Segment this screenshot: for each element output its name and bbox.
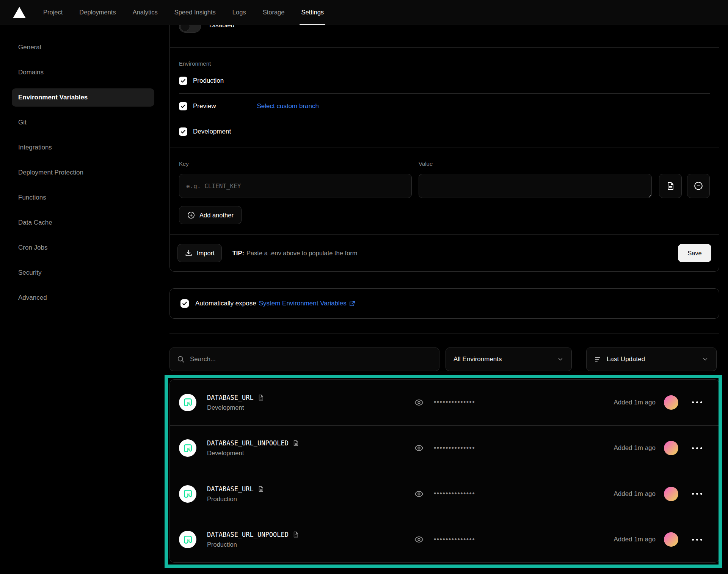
added-timestamp: Added 1m ago: [613, 490, 656, 498]
env-target-label: Development: [207, 450, 366, 457]
development-checkbox-label: Development: [193, 128, 231, 135]
env-target-label: Production: [207, 495, 366, 503]
note-icon[interactable]: [292, 440, 299, 447]
sidebar-item-data-cache[interactable]: Data Cache: [12, 214, 154, 232]
env-variable-row[interactable]: DATABASE_URL_UNPOOLED Production •••••••…: [170, 517, 719, 563]
settings-sidebar: General Domains Environment Variables Gi…: [12, 38, 154, 314]
preview-checkbox-row: Preview Select custom branch: [179, 93, 710, 119]
eye-icon[interactable]: [414, 535, 424, 544]
chevron-down-icon: [702, 356, 709, 363]
section-divider: [170, 148, 719, 148]
added-timestamp: Added 1m ago: [613, 444, 656, 452]
row-menu-button[interactable]: [692, 447, 702, 449]
value-input[interactable]: [419, 174, 652, 198]
eye-icon[interactable]: [414, 398, 424, 407]
environment-filter-select[interactable]: All Environments: [446, 348, 572, 371]
add-variable-panel: Disabled Environment Production Preview …: [169, 3, 719, 272]
select-custom-branch-link[interactable]: Select custom branch: [257, 102, 318, 110]
search-input[interactable]: [190, 355, 432, 363]
sidebar-item-domains[interactable]: Domains: [12, 63, 154, 82]
sidebar-item-functions[interactable]: Functions: [12, 189, 154, 207]
env-variables-list: DATABASE_URL Development •••••••••••••• …: [169, 379, 719, 563]
search-icon: [177, 355, 185, 363]
neon-integration-icon: [179, 439, 196, 457]
save-button[interactable]: Save: [678, 244, 711, 262]
sort-lines-icon: [594, 355, 602, 363]
eye-icon[interactable]: [414, 489, 424, 499]
development-checkbox-row: Development: [179, 119, 710, 144]
env-variable-row[interactable]: DATABASE_URL_UNPOOLED Development ••••••…: [170, 425, 719, 471]
note-icon[interactable]: [257, 394, 264, 401]
masked-value: ••••••••••••••: [434, 490, 475, 498]
system-env-text: Automatically expose: [195, 300, 256, 307]
row-menu-button[interactable]: [692, 493, 702, 495]
production-checkbox[interactable]: [179, 77, 187, 85]
row-menu-button[interactable]: [692, 539, 702, 541]
system-env-panel: Automatically expose System Environment …: [169, 288, 719, 319]
avatar: [664, 532, 678, 547]
avatar: [664, 487, 678, 501]
system-env-checkbox[interactable]: [180, 299, 189, 308]
sidebar-item-environment-variables[interactable]: Environment Variables: [12, 88, 154, 107]
system-env-link[interactable]: System Environment Variables: [259, 300, 356, 307]
masked-value: ••••••••••••••: [434, 444, 475, 452]
add-another-button[interactable]: Add another: [179, 206, 242, 224]
nav-tab-project[interactable]: Project: [36, 0, 69, 25]
masked-value: ••••••••••••••: [434, 398, 475, 406]
sidebar-item-deployment-protection[interactable]: Deployment Protection: [12, 164, 154, 182]
environment-section-label: Environment: [179, 60, 211, 67]
nav-tab-logs[interactable]: Logs: [226, 0, 253, 25]
note-icon[interactable]: [292, 531, 299, 538]
sidebar-item-advanced[interactable]: Advanced: [12, 289, 154, 307]
neon-integration-icon: [179, 394, 196, 411]
sidebar-item-security[interactable]: Security: [12, 264, 154, 282]
added-timestamp: Added 1m ago: [613, 399, 656, 406]
env-target-label: Production: [207, 541, 366, 548]
masked-value: ••••••••••••••: [434, 536, 475, 544]
value-field-label: Value: [419, 160, 433, 167]
neon-integration-icon: [179, 485, 196, 503]
vercel-logo-icon[interactable]: [13, 7, 26, 18]
preview-checkbox-label: Preview: [193, 102, 216, 110]
production-checkbox-label: Production: [193, 77, 224, 85]
nav-tab-analytics[interactable]: Analytics: [126, 0, 165, 25]
preview-checkbox[interactable]: [179, 102, 187, 110]
import-button[interactable]: Import: [177, 244, 222, 262]
external-link-icon: [348, 300, 356, 307]
plus-circle-icon: [187, 211, 195, 219]
eye-icon[interactable]: [414, 443, 424, 453]
neon-integration-icon: [179, 531, 196, 548]
sidebar-item-git[interactable]: Git: [12, 113, 154, 132]
top-navbar: Project Deployments Analytics Speed Insi…: [0, 0, 728, 25]
env-variable-row[interactable]: DATABASE_URL Development •••••••••••••• …: [170, 380, 719, 425]
section-divider: [170, 47, 719, 48]
env-variable-row[interactable]: DATABASE_URL Production •••••••••••••• A…: [170, 471, 719, 517]
sidebar-item-cron-jobs[interactable]: Cron Jobs: [12, 239, 154, 257]
remove-row-button[interactable]: [687, 174, 710, 198]
minus-circle-icon: [693, 181, 703, 191]
import-tip: TIP:Paste a .env above to populate the f…: [232, 250, 358, 257]
avatar: [664, 441, 678, 455]
development-checkbox[interactable]: [179, 127, 187, 136]
row-menu-button[interactable]: [692, 401, 702, 403]
note-icon[interactable]: [257, 486, 264, 492]
search-box: [169, 348, 439, 371]
chevron-down-icon: [557, 356, 564, 363]
file-text-icon: [666, 181, 675, 190]
production-checkbox-row: Production: [179, 68, 710, 93]
paste-env-button[interactable]: [659, 174, 682, 198]
sidebar-item-general[interactable]: General: [12, 38, 154, 57]
content-divider: [169, 333, 719, 333]
sidebar-item-integrations[interactable]: Integrations: [12, 138, 154, 157]
form-footer: Import TIP:Paste a .env above to populat…: [170, 235, 719, 271]
avatar: [664, 395, 678, 410]
nav-tab-speed-insights[interactable]: Speed Insights: [168, 0, 223, 25]
added-timestamp: Added 1m ago: [613, 536, 656, 543]
download-icon: [185, 249, 193, 257]
nav-tab-storage[interactable]: Storage: [256, 0, 292, 25]
key-input[interactable]: [179, 174, 412, 198]
nav-tab-deployments[interactable]: Deployments: [72, 0, 122, 25]
env-target-label: Development: [207, 404, 366, 411]
sort-select[interactable]: Last Updated: [586, 348, 717, 371]
nav-tab-settings[interactable]: Settings: [294, 0, 331, 25]
